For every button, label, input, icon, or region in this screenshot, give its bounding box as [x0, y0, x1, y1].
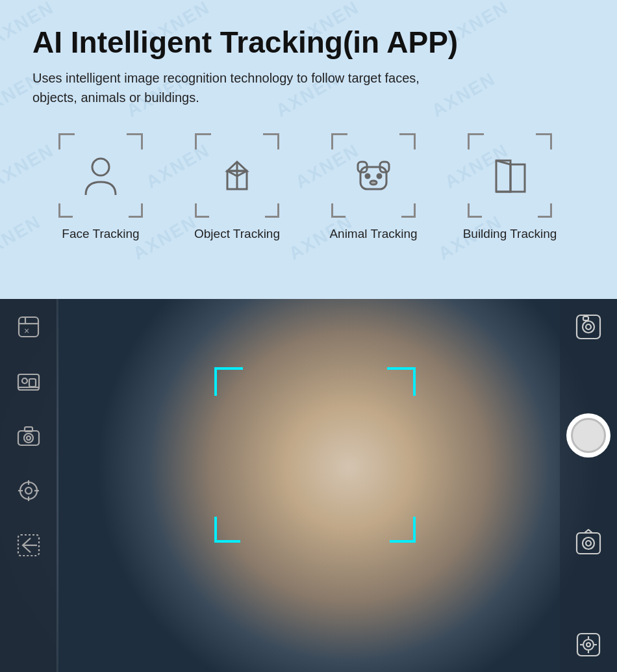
animal-tracking-item: Animal Tracking	[305, 133, 442, 241]
image-filter-icon[interactable]: ×	[14, 312, 44, 342]
svg-point-37	[586, 324, 591, 330]
object-tracking-item: Object Tracking	[169, 133, 305, 241]
svg-point-43	[583, 640, 594, 650]
camera-flip-icon[interactable]	[573, 528, 603, 558]
object-tracking-icon-box	[195, 133, 279, 218]
svg-point-26	[27, 436, 31, 440]
svg-point-25	[24, 433, 33, 443]
svg-point-21	[22, 378, 27, 383]
page-subtitle: Uses intelligent image recognition techn…	[32, 68, 422, 107]
camera-mode-icon[interactable]	[14, 421, 44, 451]
animal-tracking-label: Animal Tracking	[329, 227, 417, 241]
building-tracking-label: Building Tracking	[463, 227, 557, 241]
svg-point-0	[92, 159, 109, 175]
building-tracking-item: Building Tracking	[442, 133, 578, 241]
flip-camera-icon[interactable]	[573, 312, 603, 342]
svg-rect-22	[29, 379, 36, 387]
svg-point-11	[370, 181, 377, 185]
tracking-features-row: Face Tracking Object Tracking	[32, 133, 585, 241]
svg-point-41	[586, 541, 591, 546]
building-tracking-icon-box	[468, 133, 552, 218]
svg-rect-39	[577, 533, 600, 554]
tracking-mode-icon[interactable]	[14, 476, 44, 506]
shutter-button[interactable]	[566, 413, 611, 458]
svg-point-9	[366, 174, 370, 178]
watermark: AXNEN	[428, 68, 499, 122]
animal-tracking-icon-box	[331, 133, 416, 218]
top-section: AXNEN AXNEN AXNEN AXNEN AXNEN AXNEN AXNE…	[0, 0, 617, 299]
page-title: AI Intelligent Tracking(in APP)	[32, 26, 585, 59]
face-tracking-icon-box	[58, 133, 143, 218]
shutter-button-inner	[571, 418, 606, 453]
face-icon	[78, 153, 123, 198]
svg-rect-12	[496, 161, 510, 192]
svg-point-36	[583, 321, 594, 333]
svg-point-29	[25, 487, 32, 494]
svg-rect-27	[25, 427, 32, 432]
object-tracking-label: Object Tracking	[194, 227, 280, 241]
face-tracking-rectangle	[214, 367, 416, 543]
svg-point-10	[377, 174, 381, 178]
svg-rect-38	[583, 317, 588, 320]
svg-rect-13	[510, 164, 525, 192]
camera-section: ×	[0, 299, 617, 672]
scene-mode-icon[interactable]	[14, 367, 44, 396]
camera-settings-icon[interactable]	[573, 630, 603, 660]
face-tracking-label: Face Tracking	[62, 227, 139, 241]
back-icon[interactable]	[14, 530, 44, 560]
building-icon	[487, 153, 533, 198]
animal-icon	[351, 153, 396, 198]
svg-rect-6	[360, 167, 386, 189]
camera-left-sidebar: ×	[0, 299, 57, 672]
svg-point-44	[586, 643, 590, 647]
object-icon	[214, 153, 260, 198]
camera-right-sidebar	[560, 299, 617, 672]
svg-point-40	[583, 537, 594, 549]
svg-text:×: ×	[24, 326, 29, 336]
face-tracking-item: Face Tracking	[32, 133, 169, 241]
